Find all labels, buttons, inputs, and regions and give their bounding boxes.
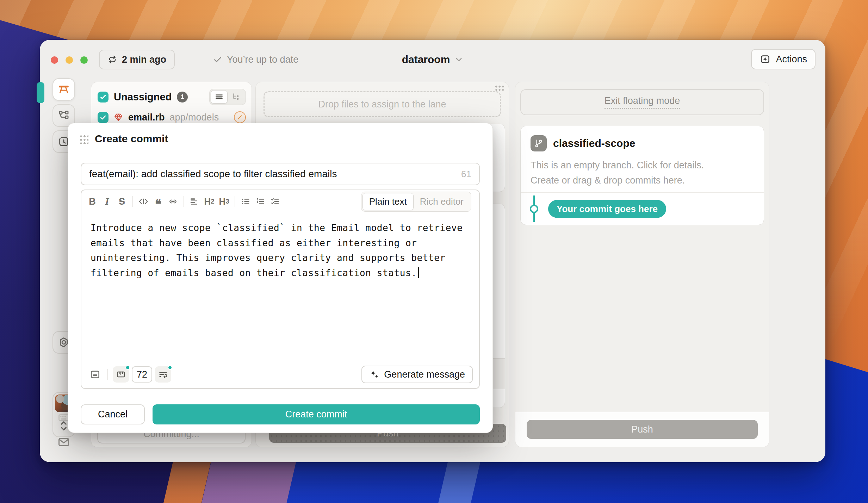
branch-card-header: classified-scope — [531, 135, 754, 151]
actions-sparkle-icon — [760, 54, 771, 65]
enabled-dot — [125, 365, 130, 370]
numbered-list-button[interactable] — [253, 194, 268, 209]
enabled-dot — [168, 365, 172, 370]
message-line: uninteresting. This improves query clari… — [91, 250, 470, 266]
lane-title: Unassigned — [114, 91, 172, 103]
zoom-button[interactable] — [80, 56, 88, 64]
check-icon — [213, 55, 222, 64]
modified-badge-icon — [234, 111, 246, 123]
file-path: app/models — [170, 112, 219, 123]
drop-zone: Drop files to assign to the lane — [264, 91, 501, 117]
floating-branch-panel: Exit floating mode classified-scope This… — [515, 82, 769, 447]
sync-icon — [107, 55, 117, 64]
lane-count-badge: 1 — [177, 92, 188, 103]
checklist-icon — [270, 197, 280, 206]
branch-name: classified-scope — [553, 137, 635, 149]
commit-target-section: Your commit goes here — [521, 192, 764, 225]
drawer-handle[interactable] — [37, 82, 44, 103]
wrap-icon — [158, 370, 168, 379]
quote-button[interactable]: ❝ — [151, 194, 166, 209]
list-icon — [215, 92, 224, 101]
expand-editor-button[interactable] — [88, 367, 103, 382]
rich-editor-tab[interactable]: Rich editor — [414, 193, 470, 210]
bullet-list-button[interactable] — [238, 194, 253, 209]
lane-checkbox[interactable] — [98, 92, 108, 103]
formatting-toolbar: B I S ❝ H2 H3 — [81, 190, 479, 213]
strikethrough-button[interactable]: S — [114, 194, 129, 209]
modal-title: Create commit — [95, 133, 168, 145]
heading3-button[interactable]: H3 — [217, 194, 231, 209]
ruler-icon — [116, 370, 126, 379]
plain-text-tab[interactable]: Plain text — [362, 193, 414, 210]
wrap-column-input[interactable]: 72 — [132, 366, 152, 383]
modal-header: Create commit — [68, 123, 492, 154]
branch-empty-description: This is an empty branch. Click for detai… — [531, 158, 754, 188]
tree-view-button[interactable] — [228, 90, 244, 104]
file-name: email.rb — [128, 112, 165, 123]
sparkles-icon — [369, 369, 380, 380]
tree-icon — [231, 92, 241, 101]
italic-button[interactable]: I — [100, 194, 114, 209]
sync-status-text: You’re up to date — [227, 54, 298, 65]
chevron-down-icon — [454, 55, 463, 64]
sidebar-item-feedback[interactable] — [52, 431, 75, 453]
create-commit-modal: Create commit feat(email): add classifie… — [68, 123, 493, 433]
code-icon — [138, 197, 148, 206]
branch-card[interactable]: classified-scope This is an empty branch… — [520, 126, 764, 225]
bold-button[interactable]: B — [85, 194, 100, 209]
file-checkbox[interactable] — [98, 112, 108, 123]
titlebar: 2 min ago You’re up to date dataroom Act… — [40, 40, 825, 73]
bullet-list-icon — [241, 197, 250, 206]
window-controls — [51, 56, 88, 64]
commit-message-editor: B I S ❝ H2 H3 — [81, 190, 480, 389]
heading2-button[interactable]: H2 — [202, 194, 217, 209]
exit-floating-mode-button[interactable]: Exit floating mode — [520, 89, 764, 115]
numbered-list-icon — [255, 197, 265, 206]
sync-status: You’re up to date — [213, 50, 298, 69]
lane-view-toggle — [209, 89, 246, 105]
generate-message-button[interactable]: Generate message — [361, 366, 473, 383]
actions-button[interactable]: Actions — [751, 49, 816, 69]
push-button-disabled: Push — [527, 420, 758, 439]
text-style-icon — [190, 197, 199, 206]
git-branch-icon — [531, 135, 547, 151]
actions-label: Actions — [776, 54, 807, 65]
fetch-button[interactable]: 2 min ago — [99, 50, 175, 69]
editor-footer: 72 Generate message — [81, 361, 479, 388]
create-commit-button[interactable]: Create commit — [153, 404, 480, 424]
commit-title-value: feat(email): add classified scope to fil… — [89, 168, 337, 180]
link-icon — [168, 197, 178, 206]
desktop-wallpaper: 2 min ago You’re up to date dataroom Act… — [0, 0, 868, 503]
workspace-table-icon — [57, 83, 70, 96]
list-view-button[interactable] — [211, 90, 228, 104]
code-button[interactable] — [136, 194, 151, 209]
check-icon — [99, 93, 107, 101]
minimize-button[interactable] — [66, 56, 73, 64]
app-window: 2 min ago You’re up to date dataroom Act… — [40, 40, 825, 462]
mail-icon — [57, 436, 70, 448]
editor-mode-toggle: Plain text Rich editor — [361, 192, 471, 212]
sidebar-item-workspace[interactable] — [52, 78, 75, 101]
commit-message-textarea[interactable]: Introduce a new scope `classified` in th… — [81, 213, 479, 288]
char-counter: 61 — [461, 169, 471, 180]
link-button[interactable] — [166, 194, 180, 209]
drag-handle-icon[interactable] — [79, 134, 88, 144]
message-line: emails that have been classified as eith… — [91, 236, 470, 251]
close-button[interactable] — [51, 56, 58, 64]
checklist-button[interactable] — [268, 194, 283, 209]
drop-zone-hint: Drop files to assign to the lane — [318, 99, 446, 110]
text-style-button[interactable] — [187, 194, 202, 209]
commit-title-input[interactable]: feat(email): add classified scope to fil… — [81, 163, 480, 185]
cancel-button[interactable]: Cancel — [81, 404, 145, 424]
ruby-file-icon — [113, 112, 123, 122]
word-wrap-toggle[interactable] — [155, 366, 171, 383]
commit-placeholder-pill: Your commit goes here — [548, 200, 666, 218]
letterbox-icon — [90, 369, 100, 380]
branches-icon — [58, 110, 70, 122]
file-row[interactable]: email.rb app/models — [91, 109, 252, 123]
message-line: Introduce a new scope `classified` in th… — [91, 221, 470, 236]
project-name: dataroom — [402, 54, 450, 66]
lane-drag-handle-icon[interactable] — [495, 85, 504, 92]
project-selector[interactable]: dataroom — [402, 50, 464, 69]
ruler-toggle[interactable] — [113, 366, 129, 383]
